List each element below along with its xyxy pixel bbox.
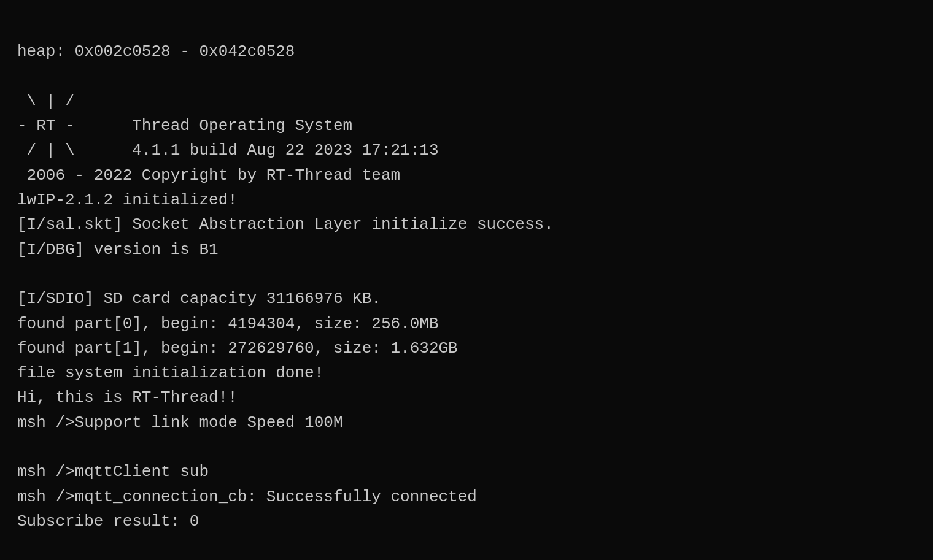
terminal-line: Hi, this is RT-Thread!! (17, 385, 916, 410)
terminal-line: - RT - Thread Operating System (17, 113, 916, 138)
terminal-empty-line (17, 64, 916, 89)
terminal-line: found part[1], begin: 272629760, size: 1… (17, 336, 916, 361)
terminal-empty-line (17, 435, 916, 459)
terminal-line: / | \ 4.1.1 build Aug 22 2023 17:21:13 (17, 138, 916, 163)
terminal-line: [I/DBG] version is B1 (17, 237, 916, 262)
terminal-line: 2006 - 2022 Copyright by RT-Thread team (17, 163, 916, 188)
terminal-line: heap: 0x002c0528 - 0x042c0528 (17, 39, 916, 64)
terminal-line: msh />mqttClient sub (17, 459, 916, 484)
terminal-line: [I/sal.skt] Socket Abstraction Layer ini… (17, 212, 916, 237)
terminal-line: file system initialization done! (17, 361, 916, 385)
terminal-line: msh />Support link mode Speed 100M (17, 410, 916, 435)
terminal-line: [I/SDIO] SD card capacity 31166976 KB. (17, 286, 916, 311)
terminal-line: lwIP-2.1.2 initialized! (17, 188, 916, 212)
terminal-line: found part[0], begin: 4194304, size: 256… (17, 312, 916, 336)
terminal-empty-line (17, 262, 916, 286)
terminal-line: Subscribe result: 0 (17, 509, 916, 534)
terminal-line: \ | / (17, 89, 916, 113)
terminal-output: heap: 0x002c0528 - 0x042c0528 \ | /- RT … (0, 0, 933, 560)
terminal-line: msh />mqtt_connection_cb: Successfully c… (17, 485, 916, 509)
